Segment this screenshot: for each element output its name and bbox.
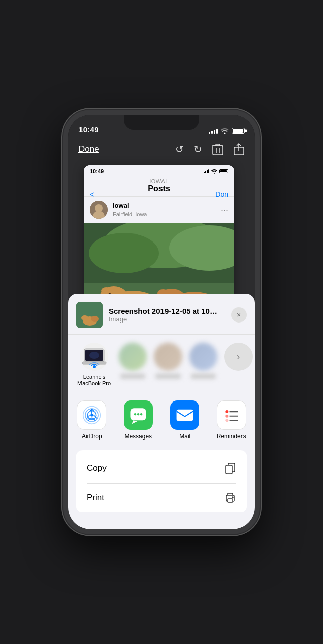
- inner-user-info: iowal Fairfield, Iowa: [113, 202, 147, 218]
- app-item-reminders[interactable]: Reminders: [211, 400, 252, 440]
- reminders-icon-bg: [217, 400, 246, 430]
- status-icons: [209, 128, 245, 134]
- contact-item-3[interactable]: [154, 343, 182, 387]
- undo-icon[interactable]: ↺: [175, 143, 184, 155]
- inner-user-row: iowal Fairfield, Iowa ···: [84, 197, 234, 223]
- contact-name-2: [120, 374, 145, 379]
- contact-name-3: [155, 374, 181, 379]
- done-button[interactable]: Done: [78, 144, 99, 154]
- phone-frame: 10:49 Done ↺: [63, 110, 260, 534]
- print-label: Print: [87, 493, 104, 503]
- app-item-mail[interactable]: Mail: [165, 400, 205, 440]
- contact-avatar-2: [119, 343, 147, 371]
- share-title-area: Screenshot 2019-12-05 at 10.49.... Image: [109, 307, 225, 323]
- copy-icon: [224, 462, 236, 474]
- airdrop-icon-bg: [77, 400, 106, 430]
- share-filename: Screenshot 2019-12-05 at 10.49....: [109, 307, 219, 315]
- svg-point-44: [134, 413, 136, 415]
- contact-avatar-macbook: [80, 343, 108, 371]
- more-circle: ›: [224, 343, 253, 371]
- inner-time: 10:49: [90, 168, 104, 174]
- svg-rect-57: [228, 499, 233, 502]
- copy-action[interactable]: Copy: [76, 454, 247, 482]
- close-button[interactable]: ×: [231, 307, 247, 323]
- svg-point-45: [137, 413, 139, 415]
- contact-item-2[interactable]: [119, 343, 147, 387]
- toolbar-icons: ↺ ↻: [175, 143, 245, 155]
- share-sheet: Screenshot 2019-12-05 at 10.49.... Image…: [68, 294, 255, 529]
- svg-point-52: [225, 419, 228, 422]
- svg-point-11: [89, 233, 159, 273]
- contacts-row: Leanne's MacBook Pro ›: [68, 335, 255, 392]
- share-header: Screenshot 2019-12-05 at 10.49.... Image…: [68, 294, 255, 335]
- svg-point-33: [91, 316, 99, 322]
- trash-icon[interactable]: [212, 143, 223, 155]
- inner-nav-subtitle: IOWAL: [84, 178, 234, 184]
- svg-point-50: [225, 415, 228, 418]
- svg-point-46: [140, 413, 142, 415]
- messages-icon-bg: [124, 400, 153, 430]
- app-item-messages[interactable]: Messages: [118, 400, 158, 440]
- svg-point-36: [89, 352, 99, 359]
- contact-item-4[interactable]: [189, 343, 217, 387]
- apps-row: AirDrop Messages: [68, 392, 255, 446]
- app-label-messages: Messages: [124, 433, 152, 440]
- share-thumbnail: [76, 302, 103, 328]
- status-time: 10:49: [78, 125, 99, 134]
- share-filetype: Image: [109, 315, 225, 323]
- app-label-reminders: Reminders: [217, 433, 246, 440]
- contact-name-4: [191, 374, 216, 379]
- copy-label: Copy: [87, 463, 107, 473]
- contact-item-macbook[interactable]: Leanne's MacBook Pro: [76, 343, 112, 387]
- app-item-airdrop[interactable]: AirDrop: [71, 400, 112, 440]
- app-label-airdrop: AirDrop: [82, 433, 102, 440]
- svg-rect-55: [226, 465, 232, 474]
- signal-icon: [209, 128, 218, 134]
- inner-done-label: Don: [215, 190, 228, 198]
- battery-icon: [232, 128, 245, 134]
- inner-nav-title: Posts: [84, 184, 234, 193]
- notch: [124, 115, 199, 130]
- inner-back-button: <: [90, 190, 94, 199]
- contact-name-macbook: Leanne's MacBook Pro: [76, 374, 112, 387]
- svg-point-58: [232, 497, 233, 498]
- contact-item-more[interactable]: ›: [224, 343, 253, 387]
- app-label-mail: Mail: [179, 433, 190, 440]
- inner-user-avatar: [90, 201, 108, 219]
- wifi-icon: [221, 128, 229, 134]
- contact-avatar-4: [189, 343, 217, 371]
- svg-point-48: [225, 410, 228, 413]
- share-icon[interactable]: [233, 143, 245, 155]
- redo-icon[interactable]: ↻: [194, 143, 202, 155]
- inner-more-icon: ···: [221, 205, 228, 215]
- inner-status-bar: 10:49: [84, 165, 234, 176]
- svg-rect-0: [213, 146, 223, 155]
- actions-group: Copy Print: [76, 450, 247, 512]
- contact-avatar-3: [154, 343, 182, 371]
- print-action[interactable]: Print: [76, 484, 247, 512]
- svg-point-32: [81, 315, 88, 320]
- top-toolbar: Done ↺ ↻: [68, 137, 255, 162]
- mail-icon-bg: [170, 400, 199, 430]
- svg-rect-47: [177, 410, 193, 421]
- print-icon: [224, 492, 236, 504]
- svg-point-38: [93, 365, 96, 368]
